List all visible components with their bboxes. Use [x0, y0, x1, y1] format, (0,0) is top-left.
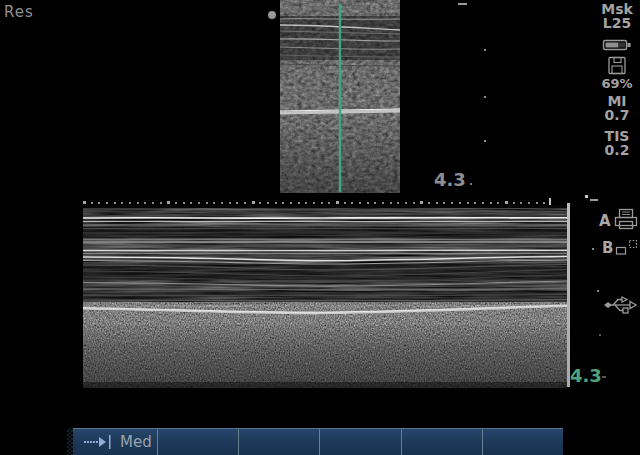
bmode-depth-zero-tick [458, 3, 467, 5]
mmode-depth-label: 4.3 [570, 365, 602, 386]
mmode-depth-tick [597, 290, 599, 292]
bmode-depth-tick [484, 140, 486, 142]
mmode-depth-end-tick [602, 376, 606, 378]
mmode-depth-tick [599, 334, 601, 336]
store-b-marker: B [602, 239, 613, 257]
bmode-depth-end-tick [470, 183, 472, 185]
orientation-marker-dot [268, 11, 276, 19]
bmode-depth-tick [484, 96, 486, 98]
battery-percent: 69% [596, 76, 638, 91]
mmode-depth-zero-tick [590, 199, 598, 201]
mline-cursor[interactable] [339, 4, 341, 192]
battery-icon [596, 37, 638, 56]
tis-value: 0.2 [596, 142, 638, 158]
mi-value: 0.7 [596, 107, 638, 123]
soft-key-3[interactable] [238, 429, 319, 455]
soft-key-4[interactable] [319, 429, 400, 455]
export-icon[interactable] [615, 237, 639, 261]
bottom-bar: Med [73, 428, 563, 455]
transducer-label: L25 [596, 15, 638, 31]
bmode-depth-label: 4.3 [434, 169, 466, 190]
sweep-edge-bar [567, 203, 570, 387]
med-button[interactable]: Med [73, 429, 157, 455]
usb-icon [602, 292, 638, 322]
mmode-trace-graphic [83, 205, 567, 388]
bmode-image [280, 0, 400, 193]
time-axis-end-tick [549, 198, 551, 205]
res-mode-label: Res [4, 3, 34, 21]
mmode-depth-zero-marker [585, 195, 588, 198]
history-arrow-icon [84, 435, 111, 449]
print-a-marker: A [599, 212, 611, 230]
bmode-depth-tick [484, 49, 486, 51]
printer-icon[interactable] [613, 207, 639, 237]
ultrasound-screen: Res [0, 0, 640, 455]
mmode-sweep [83, 205, 567, 388]
mmode-depth-tick [592, 248, 594, 250]
soft-key-5[interactable] [401, 429, 482, 455]
med-button-label: Med [120, 433, 152, 451]
soft-key-6[interactable] [482, 429, 563, 455]
soft-key-2[interactable] [157, 429, 238, 455]
status-panel: Msk L25 69% MI 0.7 TIS 0.2 [596, 0, 638, 170]
